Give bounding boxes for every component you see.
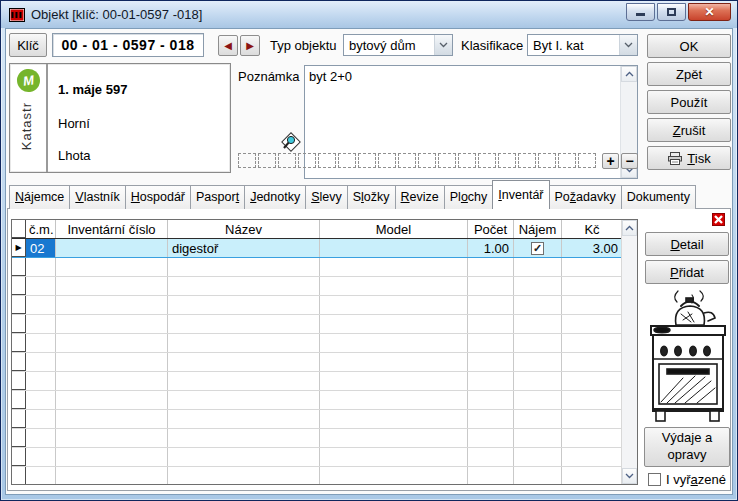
expenses-button[interactable]: Výdaje a opravy bbox=[644, 427, 730, 467]
row-selector[interactable] bbox=[12, 410, 26, 428]
table-scrollbar[interactable] bbox=[621, 220, 637, 484]
cell-kc[interactable] bbox=[562, 372, 623, 390]
column-header-model[interactable]: Model bbox=[320, 220, 468, 238]
maximize-button[interactable] bbox=[657, 3, 686, 21]
titlebar[interactable]: Objekt [klíč: 00-01-0597 -018] ✕ bbox=[1, 1, 737, 28]
cell-rent[interactable] bbox=[514, 334, 562, 352]
attachment-slot[interactable] bbox=[578, 153, 596, 168]
magnifier-icon[interactable] bbox=[280, 131, 302, 153]
chevron-down-icon[interactable] bbox=[434, 35, 452, 55]
detail-button[interactable]: Detail bbox=[645, 232, 729, 256]
tab-pasport[interactable]: Pasport bbox=[190, 185, 245, 209]
row-selector[interactable] bbox=[12, 334, 26, 352]
add-attachment-button[interactable]: + bbox=[602, 153, 619, 169]
cell-count[interactable] bbox=[468, 258, 514, 276]
row-selector[interactable] bbox=[12, 467, 26, 485]
table-row[interactable] bbox=[12, 277, 637, 296]
cell-inv-no[interactable] bbox=[56, 467, 168, 485]
classification-combobox[interactable]: Byt I. kat bbox=[527, 34, 638, 56]
cell-kc[interactable] bbox=[562, 296, 623, 314]
cell-model[interactable] bbox=[320, 334, 468, 352]
cell-inv-no[interactable] bbox=[56, 258, 168, 276]
cell-name[interactable] bbox=[168, 353, 320, 371]
cell-name[interactable] bbox=[168, 448, 320, 466]
add-item-button[interactable]: Přidat bbox=[645, 260, 729, 284]
tab-slevy[interactable]: Slevy bbox=[305, 185, 348, 209]
cell-model[interactable] bbox=[320, 258, 468, 276]
tab-hospodar[interactable]: Hospodář bbox=[125, 185, 191, 209]
cell-cm[interactable] bbox=[26, 315, 56, 333]
key-value-field[interactable]: 00 - 01 - 0597 - 018 bbox=[52, 33, 204, 57]
attachment-slot[interactable] bbox=[418, 153, 436, 168]
cell-kc[interactable] bbox=[562, 467, 623, 485]
column-header-nazev[interactable]: Název bbox=[168, 220, 320, 238]
cell-kc[interactable]: 3.00 bbox=[562, 239, 623, 257]
scroll-up-button[interactable] bbox=[621, 66, 637, 82]
scroll-up-button[interactable] bbox=[622, 220, 637, 236]
tab-jednotky[interactable]: Jednotky bbox=[244, 185, 306, 209]
cell-rent[interactable] bbox=[514, 372, 562, 390]
tab-vlastnik[interactable]: Vlastník bbox=[69, 185, 125, 209]
cell-rent[interactable] bbox=[514, 429, 562, 447]
cell-inv-no[interactable] bbox=[56, 410, 168, 428]
cell-cm[interactable] bbox=[26, 410, 56, 428]
cell-rent[interactable] bbox=[514, 258, 562, 276]
cell-kc[interactable] bbox=[562, 429, 623, 447]
cell-kc[interactable] bbox=[562, 353, 623, 371]
chevron-down-icon[interactable] bbox=[619, 35, 637, 55]
cell-count[interactable] bbox=[468, 353, 514, 371]
cell-rent[interactable] bbox=[514, 315, 562, 333]
cell-kc[interactable] bbox=[562, 448, 623, 466]
attachment-slot[interactable] bbox=[238, 153, 256, 168]
table-row[interactable] bbox=[12, 391, 637, 410]
cell-rent[interactable] bbox=[514, 467, 562, 485]
cell-name[interactable] bbox=[168, 429, 320, 447]
prev-record-button[interactable]: ◀ bbox=[218, 35, 238, 56]
map-badge-icon[interactable]: M bbox=[16, 68, 42, 94]
cell-model[interactable] bbox=[320, 315, 468, 333]
column-header-pocet[interactable]: Počet bbox=[468, 220, 514, 238]
cell-kc[interactable] bbox=[562, 315, 623, 333]
cell-cm[interactable] bbox=[26, 277, 56, 295]
cell-inv-no[interactable] bbox=[56, 429, 168, 447]
cell-count[interactable] bbox=[468, 315, 514, 333]
attachment-slot[interactable] bbox=[458, 153, 476, 168]
cell-name[interactable] bbox=[168, 315, 320, 333]
app-icon[interactable] bbox=[9, 7, 25, 23]
cell-inv-no[interactable] bbox=[56, 277, 168, 295]
row-selector[interactable] bbox=[12, 315, 26, 333]
attachment-slot[interactable] bbox=[278, 153, 296, 168]
column-header-c.m.[interactable]: č.m. bbox=[26, 220, 56, 238]
cell-name[interactable] bbox=[168, 258, 320, 276]
remove-attachment-button[interactable]: − bbox=[621, 153, 638, 169]
scroll-down-button[interactable] bbox=[622, 468, 637, 484]
cell-count[interactable] bbox=[468, 277, 514, 295]
cell-cm[interactable] bbox=[26, 353, 56, 371]
cell-model[interactable] bbox=[320, 429, 468, 447]
cell-rent[interactable] bbox=[514, 410, 562, 428]
column-header-kc[interactable]: Kč bbox=[562, 220, 623, 238]
attachment-slot[interactable] bbox=[498, 153, 516, 168]
minimize-button[interactable] bbox=[626, 3, 655, 21]
attachment-slot[interactable] bbox=[298, 153, 316, 168]
cell-name[interactable] bbox=[168, 277, 320, 295]
cell-cm[interactable] bbox=[26, 334, 56, 352]
cell-inv-no[interactable] bbox=[56, 315, 168, 333]
row-selector[interactable] bbox=[12, 429, 26, 447]
table-row[interactable] bbox=[12, 353, 637, 372]
cell-rent[interactable] bbox=[514, 353, 562, 371]
cell-rent[interactable] bbox=[514, 277, 562, 295]
cell-model[interactable] bbox=[320, 277, 468, 295]
row-selector[interactable]: ▶ bbox=[12, 239, 26, 257]
cell-inv-no[interactable] bbox=[56, 239, 168, 257]
attachment-slot[interactable] bbox=[338, 153, 356, 168]
row-selector[interactable] bbox=[12, 448, 26, 466]
cell-count[interactable] bbox=[468, 448, 514, 466]
row-selector[interactable] bbox=[12, 277, 26, 295]
discarded-checkbox[interactable] bbox=[648, 473, 661, 486]
attachment-slot[interactable] bbox=[478, 153, 496, 168]
cell-count[interactable] bbox=[468, 410, 514, 428]
cell-model[interactable] bbox=[320, 467, 468, 485]
cell-count[interactable] bbox=[468, 429, 514, 447]
row-selector[interactable] bbox=[12, 372, 26, 390]
